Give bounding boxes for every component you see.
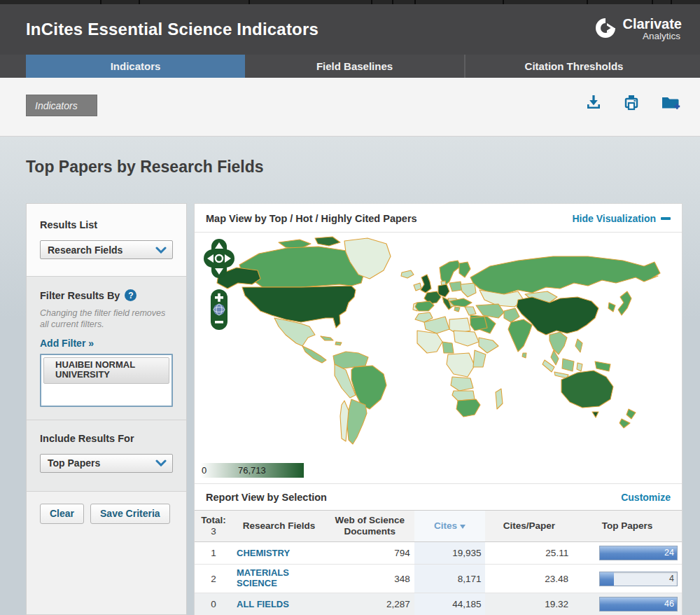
map-zoom-control[interactable] xyxy=(210,289,228,331)
include-results-select[interactable]: Top Papers xyxy=(40,454,173,473)
results-list-section: Results List Research Fields xyxy=(27,204,186,276)
top-papers-bar: 4 xyxy=(599,572,678,586)
hide-visualization-link[interactable]: Hide Visualization xyxy=(572,213,671,224)
top-papers-bar: 46 xyxy=(599,597,678,611)
include-results-value: Top Papers xyxy=(48,457,100,469)
field-link-chemistry[interactable]: CHEMISTRY xyxy=(237,548,290,559)
filter-selected-item[interactable]: HUAIBEI NORMAL UNIVERSITY xyxy=(43,357,169,385)
toolbar: Indicators xyxy=(0,78,700,137)
legend-max: 76,713 xyxy=(238,465,266,476)
print-icon[interactable] xyxy=(622,92,641,112)
table-row: 0 ALL FIELDS 2,287 44,185 19.32 46 xyxy=(195,593,682,615)
save-criteria-button[interactable]: Save Criteria xyxy=(90,504,170,524)
folder-add-icon[interactable] xyxy=(659,92,682,112)
tab-field-baselines[interactable]: Field Baselines xyxy=(245,55,464,78)
customize-link[interactable]: Customize xyxy=(621,492,671,503)
sidebar-buttons: Clear Save Criteria xyxy=(27,491,186,615)
app-title: InCites Essential Science Indicators xyxy=(26,20,318,39)
page-title: Top Papers by Research Fields xyxy=(26,158,264,177)
clarivate-logo: Clarivate Analytics xyxy=(594,16,682,43)
help-icon[interactable]: ? xyxy=(125,289,136,301)
row-docs: 794 xyxy=(326,542,414,565)
bar-value: 46 xyxy=(664,599,674,609)
col-cites[interactable]: Cites xyxy=(414,511,486,542)
map-pan-control[interactable] xyxy=(203,238,235,279)
minus-icon xyxy=(661,217,671,220)
results-list-label: Results List xyxy=(40,219,173,230)
tab-indicators[interactable]: Indicators xyxy=(26,55,245,78)
top-papers-bar: 24 xyxy=(599,546,678,560)
row-cpp: 19.32 xyxy=(485,593,573,615)
row-rank: 0 xyxy=(195,593,232,615)
add-filter-link[interactable]: Add Filter » xyxy=(40,338,94,349)
sidebar: Results List Research Fields Filter Resu… xyxy=(26,203,187,615)
table-row: 2 MATERIALS SCIENCE 348 8,171 23.48 4 xyxy=(195,565,682,593)
col-cites-per-paper[interactable]: Cites/Paper xyxy=(485,511,573,542)
bar-value: 24 xyxy=(664,548,674,558)
col-research-fields[interactable]: Research Fields xyxy=(232,511,326,542)
chevron-down-icon xyxy=(155,244,167,256)
filter-listbox[interactable]: HUAIBEI NORMAL UNIVERSITY xyxy=(40,354,173,407)
table-row: 1 CHEMISTRY 794 19,935 25.11 24 xyxy=(195,542,682,565)
legend-min: 0 xyxy=(202,465,206,476)
row-rank: 1 xyxy=(195,542,232,565)
map-controls xyxy=(203,238,235,331)
col-wos-documents[interactable]: Web of Science Documents xyxy=(326,511,414,542)
include-results-label: Include Results For xyxy=(40,433,173,444)
row-cpp: 25.11 xyxy=(485,542,573,565)
col-top-papers[interactable]: Top Papers xyxy=(573,511,682,542)
chevron-down-icon xyxy=(155,457,167,469)
field-link-all-fields[interactable]: ALL FIELDS xyxy=(237,600,289,610)
report-table: Total: 3 Research Fields Web of Science … xyxy=(195,510,682,615)
results-list-value: Research Fields xyxy=(48,244,122,256)
report-view-title: Report View by Selection xyxy=(206,492,327,503)
bar-value: 4 xyxy=(669,574,674,583)
app-header: InCites Essential Science Indicators Cla… xyxy=(0,4,700,55)
row-docs: 348 xyxy=(326,565,414,593)
filter-label: Filter Results By xyxy=(40,290,120,301)
map-view-title: Map View by Top / Hot / Highly Cited Pap… xyxy=(206,213,417,224)
clarivate-logo-icon xyxy=(594,16,617,43)
filter-section: Filter Results By ? Changing the filter … xyxy=(27,276,186,420)
row-docs: 2,287 xyxy=(326,593,414,615)
map-legend: 0 76,713 xyxy=(195,458,682,483)
choropleth-map[interactable] xyxy=(196,233,679,451)
tab-citation-thresholds[interactable]: Citation Thresholds xyxy=(464,55,682,78)
sort-desc-icon xyxy=(460,525,465,529)
include-results-section: Include Results For Top Papers xyxy=(27,420,186,491)
clear-button[interactable]: Clear xyxy=(40,504,84,524)
visualization-panel: Map View by Top / Hot / Highly Cited Pap… xyxy=(194,203,682,615)
row-cpp: 23.48 xyxy=(485,565,573,593)
breadcrumb[interactable]: Indicators xyxy=(26,95,97,116)
row-rank: 2 xyxy=(195,565,232,593)
row-cites: 8,171 xyxy=(414,565,486,593)
results-list-select[interactable]: Research Fields xyxy=(40,240,173,259)
row-cites: 44,185 xyxy=(414,593,486,615)
main-content: Top Papers by Research Fields Results Li… xyxy=(0,137,700,615)
world-map xyxy=(195,233,682,458)
tab-bar: Indicators Field Baselines Citation Thre… xyxy=(0,55,700,78)
logo-text-secondary: Analytics xyxy=(623,32,682,41)
row-cites: 19,935 xyxy=(414,542,486,565)
filter-note: Changing the filter field removes all cu… xyxy=(40,308,173,331)
logo-text-primary: Clarivate xyxy=(623,17,682,32)
field-link-materials-science[interactable]: MATERIALS SCIENCE xyxy=(237,568,321,589)
col-total: Total: 3 xyxy=(195,511,232,542)
download-icon[interactable] xyxy=(584,92,603,112)
